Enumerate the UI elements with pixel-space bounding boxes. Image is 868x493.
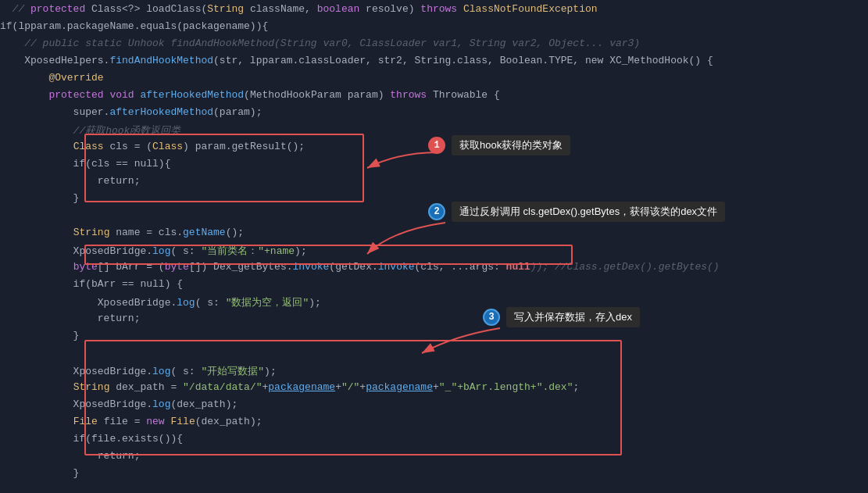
line-content: Class cls = (Class) param.getResult();	[0, 141, 862, 152]
line-content: }	[0, 330, 862, 341]
code-line: String dex_path = "/data/data/"+packagen…	[0, 381, 868, 398]
code-line: XposedHelpers.findAndHookMethod(str, lpp…	[0, 55, 868, 72]
code-line: // public static Unhook findAndHookMetho…	[0, 38, 868, 55]
code-line: }	[0, 330, 868, 347]
code-line: protected void afterHookedMethod(MethodH…	[0, 89, 868, 106]
code-line: @Override	[0, 72, 868, 89]
code-line: return;	[0, 313, 868, 330]
line-content: }	[0, 192, 862, 204]
code-line: }	[0, 467, 868, 484]
code-line	[0, 484, 868, 493]
code-line: super.afterHookedMethod(param);	[0, 106, 868, 123]
code-line: return;	[0, 175, 868, 192]
code-line	[0, 347, 868, 364]
line-content: // protected Class<?> loadClass(String c…	[0, 3, 862, 15]
code-line: // protected Class<?> loadClass(String c…	[0, 3, 868, 20]
code-line: XposedBridge.log( s: "数据为空，返回");	[0, 295, 868, 313]
code-line: XposedBridge.log( s: "开始写数据");	[0, 364, 868, 381]
code-line: if(bArr == null) {	[0, 278, 868, 295]
line-content: String dex_path = "/data/data/"+packagen…	[0, 381, 862, 393]
line-content: if(bArr == null) {	[0, 278, 862, 290]
line-content: XposedHelpers.findAndHookMethod(str, lpp…	[0, 55, 862, 66]
code-view: // protected Class<?> loadClass(String c…	[0, 0, 868, 493]
line-content: byte[] bArr = (byte[]) Dex_getBytes.invo…	[0, 261, 862, 273]
line-content: }	[0, 467, 862, 479]
code-line: //获取hook函数返回类	[0, 123, 868, 141]
code-line: byte[] bArr = (byte[]) Dex_getBytes.invo…	[0, 261, 868, 278]
line-content: if(file.exists()){	[0, 433, 862, 445]
line-content: XposedBridge.log( s: "开始写数据");	[0, 364, 862, 378]
code-line: if(cls == null){	[0, 158, 868, 175]
code-line: File file = new File(dex_path);	[0, 416, 868, 433]
line-content: return;	[0, 313, 862, 324]
code-line: XposedBridge.log( s: "当前类名："+name);	[0, 244, 868, 261]
line-content: return;	[0, 175, 862, 187]
code-line: if(lpparam.packageName.equals(packagenam…	[0, 20, 868, 38]
code-line: XposedBridge.log(dex_path);	[0, 398, 868, 416]
code-line	[0, 209, 868, 227]
line-content: return;	[0, 450, 862, 462]
line-content: String name = cls.getName();	[0, 227, 862, 238]
code-lines: // protected Class<?> loadClass(String c…	[0, 3, 868, 493]
code-line: String name = cls.getName();	[0, 227, 868, 244]
line-content: XposedBridge.log(dex_path);	[0, 398, 862, 410]
line-content: protected void afterHookedMethod(MethodH…	[0, 89, 862, 101]
line-content: File file = new File(dex_path);	[0, 416, 862, 427]
line-content: XposedBridge.log( s: "数据为空，返回");	[0, 295, 862, 309]
line-content: //获取hook函数返回类	[0, 123, 862, 138]
code-line: if(file.exists()){	[0, 433, 868, 450]
line-content: if(lpparam.packageName.equals(packagenam…	[0, 20, 862, 32]
line-content: if(cls == null){	[0, 158, 862, 170]
line-content	[0, 484, 862, 493]
line-content: XposedBridge.log( s: "当前类名："+name);	[0, 244, 862, 258]
code-line: return;	[0, 450, 868, 467]
code-line: Class cls = (Class) param.getResult();	[0, 141, 868, 158]
line-content	[0, 209, 862, 221]
line-content	[0, 347, 862, 359]
code-line: }	[0, 192, 868, 209]
line-content: super.afterHookedMethod(param);	[0, 106, 862, 118]
line-content: // public static Unhook findAndHookMetho…	[0, 38, 862, 49]
line-content: @Override	[0, 72, 862, 84]
